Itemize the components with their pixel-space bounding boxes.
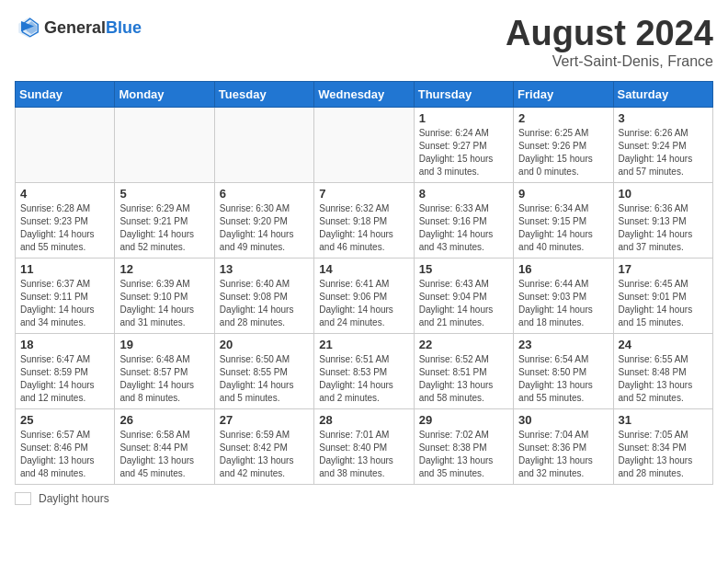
day-info: Sunrise: 6:57 AM Sunset: 8:46 PM Dayligh… (20, 429, 109, 480)
logo-text: GeneralBlue (44, 18, 142, 38)
day-number: 1 (419, 111, 508, 125)
day-info: Sunrise: 6:44 AM Sunset: 9:03 PM Dayligh… (518, 278, 608, 329)
logo-general: General (44, 18, 106, 37)
day-info: Sunrise: 6:50 AM Sunset: 8:55 PM Dayligh… (220, 353, 309, 405)
logo: GeneralBlue (15, 15, 142, 40)
calendar-cell: 16Sunrise: 6:44 AM Sunset: 9:03 PM Dayli… (514, 258, 613, 333)
day-number: 17 (619, 262, 708, 276)
day-number: 26 (119, 413, 209, 427)
calendar-cell: 18Sunrise: 6:47 AM Sunset: 8:59 PM Dayli… (16, 333, 115, 408)
day-info: Sunrise: 6:36 AM Sunset: 9:13 PM Dayligh… (619, 202, 708, 254)
day-info: Sunrise: 6:30 AM Sunset: 9:20 PM Dayligh… (220, 202, 309, 254)
day-info: Sunrise: 7:04 AM Sunset: 8:36 PM Dayligh… (518, 429, 608, 480)
calendar-col-header: Sunday (16, 81, 115, 107)
calendar-cell: 24Sunrise: 6:55 AM Sunset: 8:48 PM Dayli… (613, 333, 712, 408)
calendar-cell: 30Sunrise: 7:04 AM Sunset: 8:36 PM Dayli… (514, 408, 613, 484)
calendar-cell: 19Sunrise: 6:48 AM Sunset: 8:57 PM Dayli… (115, 333, 214, 408)
calendar-cell: 2Sunrise: 6:25 AM Sunset: 9:26 PM Daylig… (514, 107, 613, 182)
calendar-cell: 21Sunrise: 6:51 AM Sunset: 8:53 PM Dayli… (314, 333, 414, 408)
day-number: 21 (319, 338, 408, 351)
day-info: Sunrise: 7:01 AM Sunset: 8:40 PM Dayligh… (319, 429, 408, 480)
day-number: 10 (619, 187, 708, 201)
day-info: Sunrise: 6:47 AM Sunset: 8:59 PM Dayligh… (20, 353, 109, 405)
day-info: Sunrise: 6:32 AM Sunset: 9:18 PM Dayligh… (319, 202, 408, 254)
calendar-cell: 10Sunrise: 6:36 AM Sunset: 9:13 PM Dayli… (613, 182, 712, 258)
calendar-week-row: 1Sunrise: 6:24 AM Sunset: 9:27 PM Daylig… (16, 107, 713, 182)
calendar-col-header: Thursday (414, 81, 513, 107)
day-info: Sunrise: 6:54 AM Sunset: 8:50 PM Dayligh… (518, 353, 608, 405)
day-number: 23 (518, 338, 608, 351)
day-info: Sunrise: 7:02 AM Sunset: 8:38 PM Dayligh… (419, 429, 508, 480)
day-number: 24 (619, 338, 708, 351)
day-number: 18 (20, 338, 109, 351)
calendar-cell: 22Sunrise: 6:52 AM Sunset: 8:51 PM Dayli… (414, 333, 513, 408)
day-info: Sunrise: 6:45 AM Sunset: 9:01 PM Dayligh… (619, 278, 708, 329)
day-number: 13 (220, 262, 309, 276)
day-info: Sunrise: 6:55 AM Sunset: 8:48 PM Dayligh… (619, 353, 708, 405)
title-block: August 2024 Vert-Saint-Denis, France (506, 15, 713, 70)
calendar-cell (314, 107, 414, 182)
day-info: Sunrise: 6:29 AM Sunset: 9:21 PM Dayligh… (119, 202, 209, 254)
calendar-week-row: 18Sunrise: 6:47 AM Sunset: 8:59 PM Dayli… (16, 333, 713, 408)
day-info: Sunrise: 6:58 AM Sunset: 8:44 PM Dayligh… (119, 429, 209, 480)
calendar-col-header: Monday (115, 81, 214, 107)
calendar-col-header: Wednesday (314, 81, 414, 107)
calendar-cell: 1Sunrise: 6:24 AM Sunset: 9:27 PM Daylig… (414, 107, 513, 182)
footer: Daylight hours (15, 492, 713, 505)
calendar-cell: 23Sunrise: 6:54 AM Sunset: 8:50 PM Dayli… (514, 333, 613, 408)
day-number: 25 (20, 413, 109, 427)
calendar-cell: 3Sunrise: 6:26 AM Sunset: 9:24 PM Daylig… (613, 107, 712, 182)
day-info: Sunrise: 6:24 AM Sunset: 9:27 PM Dayligh… (419, 127, 508, 178)
day-number: 29 (419, 413, 508, 427)
day-number: 11 (20, 262, 109, 276)
logo-blue: Blue (106, 18, 142, 37)
calendar-cell: 15Sunrise: 6:43 AM Sunset: 9:04 PM Dayli… (414, 258, 513, 333)
calendar-col-header: Friday (514, 81, 613, 107)
day-info: Sunrise: 6:52 AM Sunset: 8:51 PM Dayligh… (419, 353, 508, 405)
calendar-cell: 28Sunrise: 7:01 AM Sunset: 8:40 PM Dayli… (314, 408, 414, 484)
calendar-cell: 25Sunrise: 6:57 AM Sunset: 8:46 PM Dayli… (16, 408, 115, 484)
calendar-cell: 31Sunrise: 7:05 AM Sunset: 8:34 PM Dayli… (613, 408, 712, 484)
calendar-table: SundayMondayTuesdayWednesdayThursdayFrid… (15, 81, 713, 485)
day-number: 5 (119, 187, 209, 201)
calendar-cell: 5Sunrise: 6:29 AM Sunset: 9:21 PM Daylig… (115, 182, 214, 258)
day-info: Sunrise: 6:37 AM Sunset: 9:11 PM Dayligh… (20, 278, 109, 329)
day-number: 20 (220, 338, 309, 351)
day-number: 3 (619, 111, 708, 125)
calendar-cell: 8Sunrise: 6:33 AM Sunset: 9:16 PM Daylig… (414, 182, 513, 258)
month-year-title: August 2024 (506, 15, 713, 53)
calendar-cell: 11Sunrise: 6:37 AM Sunset: 9:11 PM Dayli… (16, 258, 115, 333)
day-number: 15 (419, 262, 508, 276)
daylight-legend-box (15, 492, 31, 505)
calendar-cell: 6Sunrise: 6:30 AM Sunset: 9:20 PM Daylig… (214, 182, 313, 258)
calendar-cell: 17Sunrise: 6:45 AM Sunset: 9:01 PM Dayli… (613, 258, 712, 333)
calendar-cell: 20Sunrise: 6:50 AM Sunset: 8:55 PM Dayli… (214, 333, 313, 408)
day-info: Sunrise: 6:43 AM Sunset: 9:04 PM Dayligh… (419, 278, 508, 329)
day-info: Sunrise: 6:25 AM Sunset: 9:26 PM Dayligh… (518, 127, 608, 178)
day-number: 7 (319, 187, 408, 201)
calendar-cell: 29Sunrise: 7:02 AM Sunset: 8:38 PM Dayli… (414, 408, 513, 484)
day-number: 16 (518, 262, 608, 276)
calendar-cell: 9Sunrise: 6:34 AM Sunset: 9:15 PM Daylig… (514, 182, 613, 258)
day-info: Sunrise: 6:39 AM Sunset: 9:10 PM Dayligh… (119, 278, 209, 329)
day-number: 6 (220, 187, 309, 201)
day-info: Sunrise: 6:34 AM Sunset: 9:15 PM Dayligh… (518, 202, 608, 254)
day-info: Sunrise: 6:48 AM Sunset: 8:57 PM Dayligh… (119, 353, 209, 405)
location-subtitle: Vert-Saint-Denis, France (506, 53, 713, 70)
day-info: Sunrise: 6:28 AM Sunset: 9:23 PM Dayligh… (20, 202, 109, 254)
day-number: 27 (220, 413, 309, 427)
calendar-cell: 26Sunrise: 6:58 AM Sunset: 8:44 PM Dayli… (115, 408, 214, 484)
day-number: 4 (20, 187, 109, 201)
day-number: 14 (319, 262, 408, 276)
day-number: 30 (518, 413, 608, 427)
page-header: GeneralBlue August 2024 Vert-Saint-Denis… (15, 15, 713, 70)
calendar-cell (214, 107, 313, 182)
calendar-cell: 7Sunrise: 6:32 AM Sunset: 9:18 PM Daylig… (314, 182, 414, 258)
day-number: 22 (419, 338, 508, 351)
day-info: Sunrise: 6:41 AM Sunset: 9:06 PM Dayligh… (319, 278, 408, 329)
calendar-header-row: SundayMondayTuesdayWednesdayThursdayFrid… (16, 81, 713, 107)
day-info: Sunrise: 7:05 AM Sunset: 8:34 PM Dayligh… (619, 429, 708, 480)
calendar-cell: 12Sunrise: 6:39 AM Sunset: 9:10 PM Dayli… (115, 258, 214, 333)
day-info: Sunrise: 6:40 AM Sunset: 9:08 PM Dayligh… (220, 278, 309, 329)
day-number: 31 (619, 413, 708, 427)
